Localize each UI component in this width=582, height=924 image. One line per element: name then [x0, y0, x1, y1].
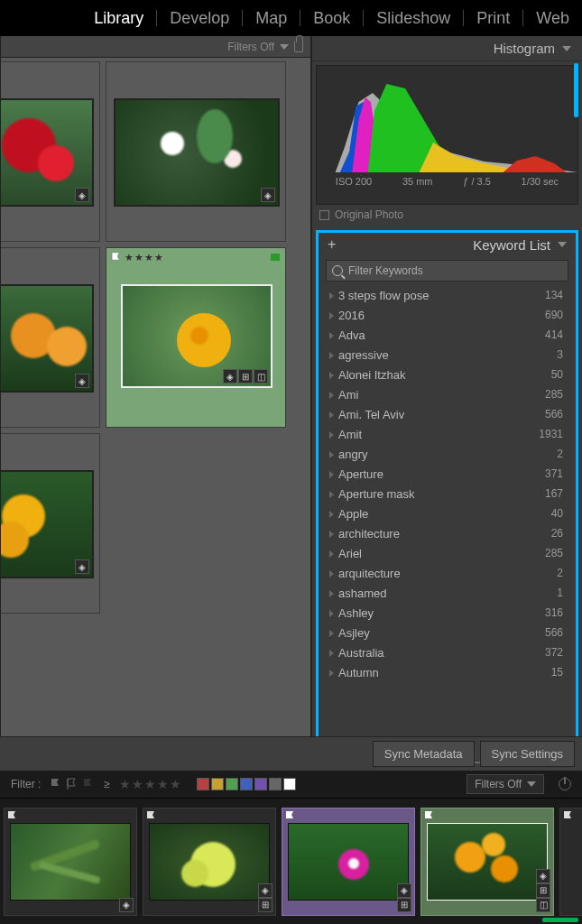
chevron-down-icon[interactable]	[562, 46, 571, 51]
flag-filter[interactable]	[50, 778, 95, 790]
flag-icon[interactable]	[110, 252, 123, 264]
keyword-count: 26	[551, 527, 563, 540]
thumbnail[interactable]: ◈	[1, 98, 94, 207]
hist-focal: 35 mm	[402, 176, 433, 187]
flag-icon[interactable]	[562, 810, 575, 823]
add-keyword-button[interactable]: +	[328, 236, 336, 253]
keyword-row[interactable]: Ashley316	[326, 603, 568, 623]
filmstrip-cell-selected[interactable]: ◈⊞◫	[420, 808, 554, 916]
grid-cell-selected[interactable]: ★★★★ ◈ ⊞ ◫	[106, 247, 286, 428]
library-filters-bar: Filters Off	[1, 36, 310, 58]
flag-icon[interactable]	[423, 810, 436, 823]
filter-keywords-input[interactable]: Filter Keywords	[326, 260, 568, 282]
keyword-list-header[interactable]: + Keyword List	[319, 233, 576, 256]
thumbnail[interactable]: ◈	[1, 284, 94, 393]
chevron-down-icon	[527, 781, 536, 787]
keyword-row[interactable]: Australia372	[326, 642, 568, 662]
sync-metadata-button[interactable]: Sync Metadata	[373, 741, 475, 767]
rating-filter[interactable]: ★★★★★	[119, 777, 182, 791]
tag-icon: ◈	[397, 883, 411, 898]
keyword-row[interactable]: agressive3	[326, 345, 568, 365]
color-swatch[interactable]	[283, 778, 296, 790]
keyword-row[interactable]: Amit1931	[326, 424, 568, 444]
keyword-name: architecture	[338, 527, 400, 541]
thumbnail[interactable]: ◈ ⊞ ◫	[121, 284, 273, 388]
filmstrip-cell[interactable]: ◈⊞	[282, 808, 415, 916]
histogram-header[interactable]: Histogram	[312, 36, 582, 61]
keyword-row[interactable]: 2016690	[326, 305, 568, 325]
nav-web[interactable]: Web	[523, 10, 573, 26]
nav-book[interactable]: Book	[300, 10, 364, 26]
keyword-row[interactable]: Ami. Tel Aviv566	[326, 404, 568, 424]
thumbnail[interactable]	[288, 823, 409, 901]
flag-icon[interactable]	[6, 810, 19, 823]
keyword-count: 1	[557, 587, 563, 599]
keyword-row[interactable]: architecture26	[326, 523, 568, 543]
flag-icon[interactable]	[145, 810, 158, 823]
original-photo-row[interactable]: Original Photo	[312, 205, 582, 225]
grid-cell[interactable]: ◈	[1, 247, 100, 428]
nav-map[interactable]: Map	[243, 10, 300, 26]
keyword-row[interactable]: ashamed1	[326, 583, 568, 603]
keyword-row[interactable]: angry2	[326, 444, 568, 464]
keyword-name: Ariel	[338, 547, 362, 560]
keyword-row[interactable]: Ami285	[326, 384, 568, 404]
rating-ge[interactable]: ≥	[104, 778, 110, 790]
filmstrip[interactable]: ◈ ◈⊞ ◈⊞ ◈⊞◫	[0, 798, 582, 924]
keyword-row[interactable]: Adva414	[326, 325, 568, 345]
keyword-row[interactable]: Aperture371	[326, 464, 568, 484]
thumbnail[interactable]: ◈	[114, 98, 280, 207]
keyword-row[interactable]: Aperture mask167	[326, 484, 568, 504]
thumbnail[interactable]: ◈	[1, 470, 94, 578]
keyword-count: 566	[545, 626, 563, 639]
keyword-rows[interactable]: 3 steps flow pose1342016690Adva414agress…	[319, 285, 576, 768]
keyword-row[interactable]: Asjley566	[326, 623, 568, 642]
nav-develop[interactable]: Develop	[157, 10, 243, 26]
flag-icon[interactable]	[284, 810, 297, 823]
grid-cells[interactable]: ◈ ◈	[1, 58, 310, 770]
keyword-row[interactable]: Ariel285	[326, 543, 568, 563]
grid-cell[interactable]: ◈	[1, 433, 100, 614]
keyword-row[interactable]: Apple40	[326, 504, 568, 523]
badge-icon: ⊞	[536, 883, 550, 898]
filters-off-label[interactable]: Filters Off	[227, 41, 274, 53]
filters-dropdown[interactable]: Filters Off	[467, 774, 544, 794]
color-swatch[interactable]	[197, 778, 209, 790]
chevron-down-icon[interactable]	[280, 44, 289, 50]
filmstrip-cell[interactable]: ◈⊞	[143, 808, 276, 916]
filter-toggle-icon[interactable]	[559, 778, 571, 790]
sync-settings-button[interactable]: Sync Settings	[480, 741, 576, 767]
color-swatch[interactable]	[226, 778, 238, 790]
color-swatch[interactable]	[254, 778, 267, 790]
nav-slideshow[interactable]: Slideshow	[364, 10, 464, 26]
thumbnail[interactable]	[149, 823, 270, 901]
keyword-row[interactable]: 3 steps flow pose134	[326, 285, 568, 305]
rating-stars[interactable]: ★★★★	[125, 252, 164, 263]
filmstrip-scrollbar[interactable]	[542, 918, 578, 922]
color-swatch[interactable]	[211, 778, 224, 790]
keyword-name: Ami	[338, 388, 358, 402]
keyword-count: 285	[545, 388, 563, 401]
workspace: Filters Off ◈	[0, 36, 582, 771]
nav-print[interactable]: Print	[464, 10, 523, 26]
color-label-chip[interactable]	[271, 254, 280, 261]
tag-icon: ◈	[75, 188, 89, 202]
keyword-name: arquitecture	[338, 567, 401, 580]
color-label-filter[interactable]	[197, 778, 296, 790]
lock-icon[interactable]	[294, 42, 303, 52]
keyword-name: Adva	[338, 328, 365, 342]
color-swatch[interactable]	[269, 778, 282, 790]
keyword-row[interactable]: Autumn15	[326, 662, 568, 682]
color-swatch[interactable]	[240, 778, 253, 790]
filmstrip-cell[interactable]	[559, 808, 582, 916]
grid-cell[interactable]: ◈	[1, 61, 100, 242]
keyword-row[interactable]: Alonei Itzhak50	[326, 365, 568, 384]
chevron-down-icon[interactable]	[558, 242, 567, 247]
nav-library[interactable]: Library	[81, 10, 157, 26]
thumbnail[interactable]	[10, 823, 131, 901]
grid-cell[interactable]: ◈	[106, 61, 286, 242]
thumbnail[interactable]	[427, 823, 548, 901]
filmstrip-cell[interactable]: ◈	[4, 808, 137, 916]
checkbox-icon[interactable]	[319, 210, 329, 220]
keyword-row[interactable]: arquitecture2	[326, 563, 568, 583]
